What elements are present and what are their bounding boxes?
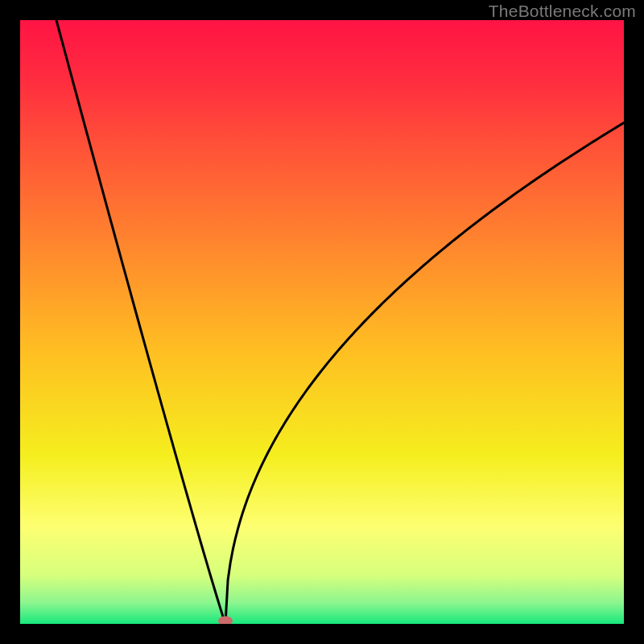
- chart-svg: [20, 20, 624, 624]
- plot-area: [20, 20, 624, 624]
- chart-frame: TheBottleneck.com: [0, 0, 644, 644]
- gradient-background: [20, 20, 624, 624]
- watermark-text: TheBottleneck.com: [489, 2, 636, 21]
